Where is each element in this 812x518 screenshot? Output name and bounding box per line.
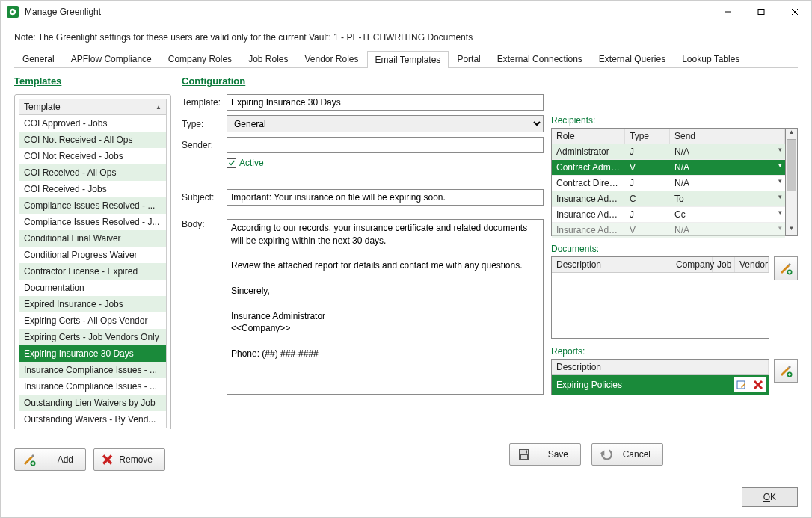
send-dropdown[interactable]: N/A [670, 160, 785, 175]
recipient-row[interactable]: Contract DirectorJN/A [552, 176, 785, 191]
save-icon [517, 448, 531, 461]
add-document-button[interactable] [774, 256, 798, 280]
tab-apflow[interactable]: APFlow Compliance [63, 50, 160, 67]
template-item[interactable]: Expired Insurance - Jobs [19, 296, 166, 312]
template-item[interactable]: Documentation [19, 280, 166, 296]
documents-col-job[interactable]: Job [713, 257, 735, 272]
template-item[interactable]: Outstanding Lien Waivers by Job [19, 395, 166, 411]
recipients-grid[interactable]: Role Type Send AdministratorJN/A Contrac… [551, 128, 786, 236]
recipients-col-type[interactable]: Type [625, 129, 670, 144]
documents-label: Documents: [551, 244, 798, 254]
tab-external-queries[interactable]: External Queries [591, 50, 674, 67]
undo-icon [600, 448, 613, 461]
tab-portal[interactable]: Portal [449, 50, 488, 67]
ok-button[interactable]: OK [742, 487, 798, 507]
titlebar: Manage Greenlight [1, 1, 811, 23]
add-button[interactable]: Add [14, 448, 86, 471]
template-item[interactable]: Contractor License - Expired [19, 263, 166, 280]
template-item[interactable]: Insurance Compliance Issues - ... [19, 362, 166, 378]
template-name-input[interactable] [227, 94, 544, 111]
minimize-button[interactable] [710, 1, 744, 23]
report-row-selected[interactable]: Expiring Policies [552, 375, 769, 395]
recipient-row[interactable]: Insurance Admini...VN/A [552, 223, 785, 238]
close-button[interactable] [778, 1, 811, 23]
delete-icon [102, 454, 113, 466]
tab-strip: General APFlow Compliance Company Roles … [14, 50, 798, 68]
documents-col-description[interactable]: Description [552, 257, 671, 272]
svg-rect-3 [758, 10, 764, 15]
template-item[interactable]: Outstanding Waivers - By Vend... [19, 411, 166, 428]
svg-rect-22 [521, 455, 527, 459]
template-column-header[interactable]: Template ▲ [19, 99, 167, 115]
svg-point-1 [11, 10, 14, 13]
app-icon [7, 6, 19, 18]
send-dropdown[interactable]: N/A [670, 176, 785, 191]
template-item[interactable]: Conditional Progress Waiver [19, 247, 166, 263]
template-item[interactable]: COI Not Received - All Ops [19, 132, 166, 148]
template-list[interactable]: COI Approved - Jobs COI Not Received - A… [19, 115, 167, 428]
label-body: Body: [182, 219, 227, 229]
send-dropdown[interactable]: N/A [670, 144, 785, 159]
template-item[interactable]: Compliance Issues Resolved - ... [19, 197, 166, 214]
send-dropdown[interactable]: N/A [670, 223, 785, 238]
scroll-up-icon[interactable]: ▲ [786, 129, 797, 139]
template-item[interactable]: COI Received - Jobs [19, 181, 166, 197]
scroll-down-icon[interactable]: ▼ [786, 225, 797, 235]
template-item[interactable]: Compliance Issues Resolved - J... [19, 214, 166, 230]
recipient-row-selected[interactable]: Contract Administ...VN/A [552, 160, 785, 176]
window-root: Manage Greenlight Note: The Greenlight s… [0, 0, 812, 518]
templates-heading: Templates [14, 75, 171, 87]
template-item[interactable]: COI Not Received - Jobs [19, 148, 166, 164]
recipients-label: Recipients: [551, 115, 798, 126]
template-item[interactable]: COI Approved - Jobs [19, 115, 166, 132]
remove-button[interactable]: Remove [93, 448, 165, 471]
recipients-col-send[interactable]: Send [670, 129, 785, 144]
tab-lookup-tables[interactable]: Lookup Tables [674, 50, 748, 67]
save-button[interactable]: Save [509, 443, 581, 466]
reports-col-description[interactable]: Description [552, 360, 769, 374]
reports-label: Reports: [551, 346, 798, 357]
template-item[interactable]: Expiring Certs - All Ops Vendor [19, 312, 166, 329]
documents-col-vendor[interactable]: Vendor [735, 257, 769, 272]
type-select[interactable]: General [227, 115, 544, 132]
svg-rect-23 [526, 451, 527, 454]
template-item[interactable]: COI Received - All Ops [19, 164, 166, 181]
add-report-button[interactable] [774, 359, 798, 383]
recipients-col-role[interactable]: Role [552, 129, 625, 144]
tab-job-roles[interactable]: Job Roles [240, 50, 296, 67]
subject-input[interactable] [227, 189, 544, 206]
reports-grid[interactable]: Description Expiring Policies [551, 359, 769, 395]
label-sender: Sender: [182, 140, 227, 150]
maximize-button[interactable] [744, 1, 778, 23]
documents-col-company[interactable]: Company [671, 257, 713, 272]
tab-external-connections[interactable]: External Connections [489, 50, 591, 67]
send-dropdown[interactable]: To [670, 191, 785, 206]
sort-ascending-icon: ▲ [156, 104, 162, 111]
tab-email-templates[interactable]: Email Templates [367, 51, 449, 68]
edit-report-icon[interactable] [735, 378, 748, 392]
label-active: Active [239, 158, 264, 168]
documents-grid[interactable]: Description Company Job Vendor [551, 256, 769, 339]
template-item[interactable]: Insurance Compliance Issues - ... [19, 378, 166, 395]
sender-input[interactable] [227, 137, 544, 153]
label-subject: Subject: [182, 192, 227, 203]
tab-vendor-roles[interactable]: Vendor Roles [297, 50, 367, 67]
label-template: Template: [182, 97, 227, 108]
template-item[interactable]: Conditional Final Waiver [19, 230, 166, 247]
template-item[interactable]: Expiring Certs - Job Vendors Only [19, 329, 166, 345]
recipient-row[interactable]: Insurance Admini...JCc [552, 207, 785, 223]
template-item-selected[interactable]: Expiring Insurance 30 Days [19, 345, 166, 362]
pencil-plus-icon [22, 453, 36, 466]
active-checkbox[interactable] [227, 158, 236, 168]
recipients-scrollbar[interactable]: ▲ ▼ [786, 128, 798, 236]
body-textarea[interactable]: According to our records, your insurance… [227, 219, 544, 395]
scroll-thumb[interactable] [787, 139, 796, 191]
send-dropdown[interactable]: Cc [670, 207, 785, 222]
tab-general[interactable]: General [14, 50, 63, 67]
recipient-row[interactable]: AdministratorJN/A [552, 144, 785, 160]
label-type: Type: [182, 119, 227, 129]
recipient-row[interactable]: Insurance Admini...CTo [552, 191, 785, 207]
delete-report-icon[interactable] [751, 378, 765, 392]
cancel-button[interactable]: Cancel [591, 443, 663, 466]
tab-company-roles[interactable]: Company Roles [160, 50, 240, 67]
